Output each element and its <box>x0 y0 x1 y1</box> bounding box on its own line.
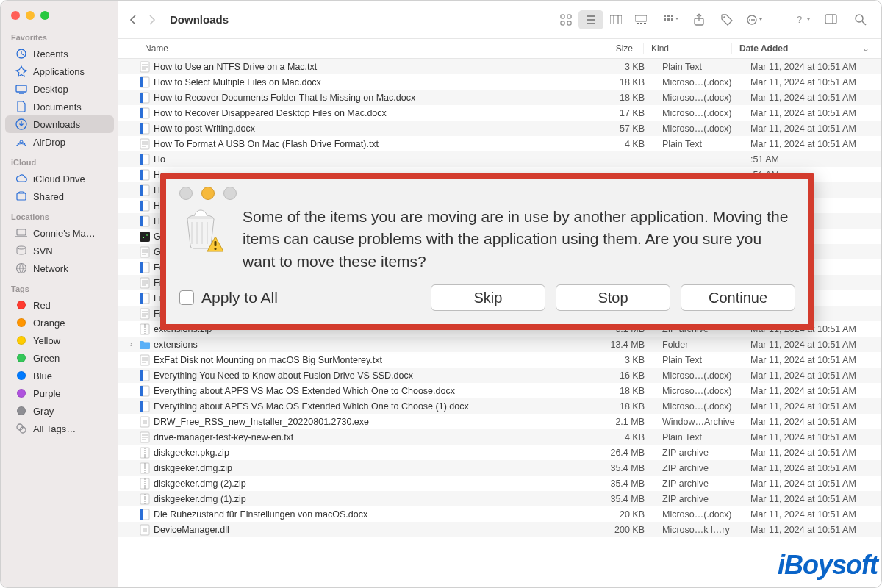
group-by-button[interactable] <box>661 11 681 29</box>
file-row[interactable]: diskgeeker.dmg (1).zip35.4 MBZIP archive… <box>118 491 881 506</box>
watermark-logo: iBoysoft <box>778 550 878 581</box>
inspector-button[interactable] <box>822 11 843 29</box>
dialog-minimize-button[interactable] <box>201 187 215 200</box>
sidebar-item-network[interactable]: Network <box>5 259 114 277</box>
view-mode-group <box>553 10 653 29</box>
back-button[interactable] <box>129 14 137 26</box>
file-date: Mar 11, 2024 at 10:51 AM <box>743 123 874 134</box>
gallery-view-button[interactable] <box>628 10 653 29</box>
close-window-button[interactable] <box>11 11 20 20</box>
column-date-added[interactable]: Date Added <box>731 43 862 54</box>
sidebar-item-label: Purple <box>33 388 61 399</box>
file-kind: Plain Text <box>655 139 743 149</box>
sidebar-item-label: All Tags… <box>33 423 76 434</box>
sidebar-item-connie-s-ma[interactable]: Connie's Ma… <box>5 224 114 242</box>
sidebar-item-all-tags[interactable]: All Tags… <box>5 420 114 437</box>
column-size[interactable]: Size <box>570 43 643 54</box>
file-row[interactable]: diskgeeker.dmg.zip35.4 MBZIP archiveMar … <box>118 460 881 476</box>
sidebar-section-header: Favorites <box>1 30 118 45</box>
file-row[interactable]: diskgeeker.pkg.zip26.4 MBZIP archiveMar … <box>118 445 881 460</box>
sidebar-item-desktop[interactable]: Desktop <box>5 80 114 98</box>
search-button[interactable] <box>850 11 871 29</box>
svg-rect-37 <box>140 77 143 87</box>
action-menu-button[interactable] <box>745 11 765 29</box>
sidebar-item-green[interactable]: Green <box>5 349 114 367</box>
sidebar-item-recents[interactable]: Recents <box>5 45 114 62</box>
sidebar-item-orange[interactable]: Orange <box>5 314 114 331</box>
sidebar-item-airdrop[interactable]: AirDrop <box>5 133 114 151</box>
file-name: How to post Writing.docx <box>154 123 581 134</box>
skip-button[interactable]: Skip <box>431 284 545 311</box>
apply-to-all-checkbox[interactable]: Apply to All <box>179 289 278 306</box>
help-button[interactable]: ? <box>795 11 815 29</box>
file-row[interactable]: ExFat Disk not Mounting on macOS Big Sur… <box>118 352 881 368</box>
file-name: Die Ruhezustand für Einstellungen von ma… <box>154 509 581 520</box>
sidebar-item-svn[interactable]: SVN <box>5 242 114 259</box>
sidebar-item-applications[interactable]: Applications <box>5 62 114 80</box>
tag-color-dot-icon <box>15 387 27 399</box>
file-kind: Microso…(.docx) <box>655 77 743 87</box>
svg-rect-41 <box>140 108 143 118</box>
file-name: Everything about APFS VS Mac OS Extended… <box>154 386 581 396</box>
file-row[interactable]: Everything about APFS VS Mac OS Extended… <box>118 398 881 414</box>
svg-rect-39 <box>140 93 143 103</box>
svg-rect-70 <box>140 401 143 412</box>
stop-button[interactable]: Stop <box>556 284 670 311</box>
sidebar-item-yellow[interactable]: Yellow <box>5 331 114 349</box>
file-row[interactable]: Everything about APFS VS Mac OS Extended… <box>118 383 881 398</box>
sidebar-item-shared[interactable]: Shared <box>5 187 114 205</box>
airdrop-icon <box>15 136 27 148</box>
icon-view-button[interactable] <box>553 10 578 29</box>
file-name: Everything You Need to Know about Fusion… <box>154 370 581 381</box>
column-kind[interactable]: Kind <box>643 43 731 54</box>
continue-button[interactable]: Continue <box>681 284 795 311</box>
sidebar-item-gray[interactable]: Gray <box>5 402 114 420</box>
file-row[interactable]: DRW_Free_RSS_new_Installer_20220801.2730… <box>118 414 881 429</box>
tags-button[interactable] <box>717 11 737 29</box>
file-name: How to Select Multiple Files on Mac.docx <box>154 77 581 87</box>
sidebar-item-purple[interactable]: Purple <box>5 384 114 402</box>
sidebar-item-label: Connie's Ma… <box>33 228 96 239</box>
sidebar-item-blue[interactable]: Blue <box>5 367 114 384</box>
file-row[interactable]: Ho:51 AM <box>118 151 881 167</box>
share-button[interactable] <box>689 11 709 29</box>
file-row[interactable]: How To Format A USB On Mac (Flash Drive … <box>118 136 881 151</box>
forward-button[interactable] <box>148 14 157 26</box>
file-type-icon <box>139 277 151 289</box>
file-name: ExFat Disk not Mounting on macOS Big Sur… <box>154 355 581 365</box>
svg-rect-11 <box>567 15 571 18</box>
file-date: Mar 11, 2024 at 10:51 AM <box>743 448 874 458</box>
file-size: 3 KB <box>581 355 655 365</box>
file-row[interactable]: How to Recover Disappeared Desktop Files… <box>118 105 881 121</box>
column-view-button[interactable] <box>603 10 628 29</box>
file-row[interactable]: How to Recover Documents Folder That Is … <box>118 90 881 105</box>
file-row[interactable]: How to Select Multiple Files on Mac.docx… <box>118 74 881 90</box>
file-row[interactable]: DeviceManager.dll200 KBMicroso…k l…ryMar… <box>118 522 881 537</box>
minimize-window-button[interactable] <box>26 11 35 20</box>
file-kind: Plain Text <box>655 355 743 365</box>
sidebar-item-documents[interactable]: Documents <box>5 98 114 115</box>
file-row[interactable]: drive-manager-test-key-new-en.txt4 KBPla… <box>118 429 881 445</box>
file-name: How To Format A USB On Mac (Flash Drive … <box>154 139 581 149</box>
list-view-button[interactable] <box>578 10 603 29</box>
file-row[interactable]: Die Ruhezustand für Einstellungen von ma… <box>118 506 881 522</box>
dialog-zoom-button[interactable] <box>223 187 237 200</box>
zoom-window-button[interactable] <box>40 11 49 20</box>
sidebar-item-red[interactable]: Red <box>5 296 114 314</box>
sort-indicator-icon[interactable]: ⌄ <box>862 43 874 54</box>
disclosure-triangle-icon[interactable]: › <box>130 340 139 348</box>
apply-to-all-label: Apply to All <box>201 289 278 306</box>
dialog-close-button[interactable] <box>179 187 193 200</box>
column-name[interactable]: Name <box>145 43 570 54</box>
sidebar-item-icloud-drive[interactable]: iCloud Drive <box>5 170 114 187</box>
file-row[interactable]: How to Use an NTFS Drive on a Mac.txt3 K… <box>118 59 881 74</box>
file-row[interactable]: ›extensions13.4 MBFolderMar 11, 2024 at … <box>118 337 881 352</box>
file-name: How to Use an NTFS Drive on a Mac.txt <box>154 62 581 72</box>
file-row[interactable]: Everything You Need to Know about Fusion… <box>118 368 881 383</box>
svg-rect-58 <box>140 262 143 273</box>
svg-rect-10 <box>561 15 564 18</box>
file-row[interactable]: diskgeeker.dmg (2).zip35.4 MBZIP archive… <box>118 476 881 491</box>
sidebar-item-label: AirDrop <box>33 137 65 148</box>
file-row[interactable]: How to post Writing.docx57 KBMicroso…(.d… <box>118 121 881 136</box>
sidebar-item-downloads[interactable]: Downloads <box>5 115 114 133</box>
